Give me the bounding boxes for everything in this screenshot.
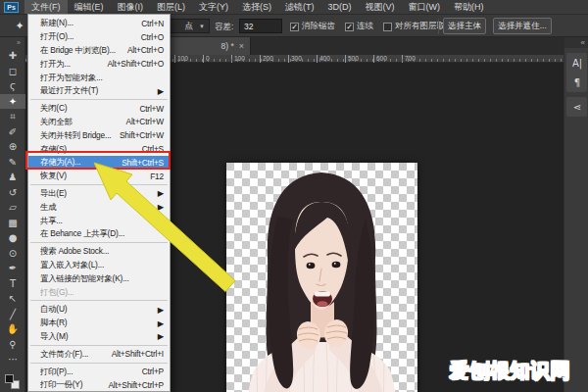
menu-item-shortcut: Alt+Shift+Ctrl+I <box>112 349 164 359</box>
menu-item-label: 打包(G)... <box>40 287 164 298</box>
file-menu-item-31[interactable]: 打印一份(Y)Alt+Shift+Ctrl+P <box>28 378 170 392</box>
menu-item-shortcut: Ctrl+P <box>142 367 164 376</box>
file-menu-item-2[interactable]: 在 Bridge 中浏览(B)...Alt+Ctrl+O <box>28 44 170 58</box>
file-menu-item-21[interactable]: 置入链接的智能对象(K)... <box>28 271 170 285</box>
marquee-tool[interactable]: ◻ <box>0 64 25 79</box>
checkbox-label: 消除锯齿 <box>302 21 335 32</box>
checkbox-box-icon[interactable] <box>383 23 392 31</box>
eraser-tool[interactable]: ▱ <box>0 200 25 216</box>
crop-tool[interactable]: ⌗ <box>0 109 25 124</box>
gradient-tool[interactable]: ▩ <box>0 216 25 231</box>
ruler-tick-200: 200 <box>260 55 273 63</box>
file-menu-item-22[interactable]: 打包(G)... <box>28 285 170 299</box>
annotation-red-box <box>25 151 171 170</box>
file-menu-item-0[interactable]: 新建(N)...Ctrl+N <box>28 17 170 30</box>
eraser-tool-icon: ▱ <box>9 202 17 213</box>
sample-size-value: 点 <box>185 21 194 32</box>
tool-bar: » ✚◻ϛ✦⌗✐⊕✎♟↺▱▩●⊙✒T↖╱✋⚲··· <box>0 37 25 392</box>
menubar-item-9[interactable]: 窗口(W) <box>402 0 448 14</box>
file-menu-item-24[interactable]: 自动(U)▶ <box>28 303 170 317</box>
file-menu-item-12[interactable]: 恢复(V)F12 <box>28 170 170 183</box>
menu-item-label: 在 Behance 上共享(D)... <box>40 228 164 239</box>
file-menu-item-26[interactable]: 导入(M)▶ <box>28 330 170 344</box>
menubar-item-10[interactable]: 帮助(H) <box>447 0 491 14</box>
toolbar-collapse-icon[interactable]: » <box>0 37 24 48</box>
file-menu-item-4[interactable]: 打开为智能对象... <box>28 71 170 84</box>
close-icon[interactable]: × <box>239 41 244 51</box>
select-and-mask-button[interactable]: 选择并遮住... <box>493 18 552 34</box>
checkbox-label: 连续 <box>357 21 373 32</box>
options-divider <box>438 19 439 34</box>
share-panel-icon[interactable]: ⋖ <box>566 97 588 117</box>
file-menu-item-30[interactable]: 打印(P)...Ctrl+P <box>28 365 170 378</box>
menu-item-shortcut: Ctrl+W <box>139 104 164 114</box>
healing-brush-tool[interactable]: ⊕ <box>0 139 25 155</box>
line-tool[interactable]: ╱ <box>0 307 25 322</box>
menu-item-shortcut: Shift+Ctrl+W <box>120 130 164 140</box>
document-tab[interactable]: 8) * × <box>165 37 251 55</box>
checkbox-0[interactable]: ✓消除锯齿 <box>290 21 335 32</box>
file-menu-item-16[interactable]: 共享... <box>28 214 170 227</box>
file-menu-item-25[interactable]: 脚本(R)▶ <box>28 317 170 330</box>
file-menu-item-8[interactable]: 关闭全部Alt+Ctrl+W <box>28 116 170 129</box>
photoshop-logo: Ps <box>4 2 19 13</box>
type-tool-icon: T <box>10 278 16 289</box>
paragraph-panel-icon[interactable]: ¶ <box>566 73 588 92</box>
move-tool-icon: ✚ <box>9 50 17 61</box>
file-menu-item-1[interactable]: 打开(O)...Ctrl+O <box>28 30 170 44</box>
character-panel-icon[interactable]: A| <box>566 53 588 73</box>
watermark-light-text: 知识网 <box>511 360 571 381</box>
eyedropper-tool[interactable]: ✐ <box>0 124 25 140</box>
file-menu-item-7[interactable]: 关闭(C)Ctrl+W <box>28 102 170 116</box>
select-subject-button[interactable]: 选择主体 <box>443 18 486 34</box>
checkbox-1[interactable]: ✓连续 <box>345 21 373 32</box>
checkbox-box-icon[interactable]: ✓ <box>345 23 354 31</box>
healing-brush-tool-icon: ⊕ <box>9 141 17 152</box>
file-menu-item-20[interactable]: 置入嵌入对象(L)... <box>28 259 170 272</box>
file-menu-item-5[interactable]: 最近打开文件(T)▶ <box>28 84 170 98</box>
clone-stamp-tool[interactable]: ♟ <box>0 170 25 185</box>
path-select-tool[interactable]: ↖ <box>0 291 25 307</box>
dock-collapse-icon[interactable]: « <box>564 37 588 48</box>
brush-tool[interactable]: ✎ <box>0 155 25 171</box>
lasso-tool[interactable]: ϛ <box>0 78 25 94</box>
menubar-item-5[interactable]: 选择(S) <box>235 0 278 14</box>
blur-tool[interactable]: ● <box>0 230 25 246</box>
foreground-color-swatch[interactable] <box>5 374 14 383</box>
color-swatches <box>0 372 25 390</box>
pen-tool[interactable]: ✒ <box>0 261 25 276</box>
checkbox-box-icon[interactable]: ✓ <box>290 23 299 31</box>
type-tool[interactable]: T <box>0 276 25 292</box>
eye-right <box>332 262 341 268</box>
tolerance-input[interactable] <box>239 19 282 33</box>
ruler-tick-400: 400 <box>317 55 330 63</box>
magic-wand-tool[interactable]: ✦ <box>0 94 25 110</box>
history-brush-tool[interactable]: ↺ <box>0 185 25 201</box>
document-canvas[interactable] <box>226 163 417 392</box>
menu-item-label: 共享... <box>40 216 164 226</box>
menubar-item-4[interactable]: 文字(Y) <box>192 0 235 14</box>
dodge-tool[interactable]: ⊙ <box>0 246 25 262</box>
menubar-item-2[interactable]: 图像(I) <box>111 0 151 14</box>
document-tab-title: 8) * <box>221 41 234 51</box>
file-menu-item-9[interactable]: 关闭并转到 Bridge...Shift+Ctrl+W <box>28 128 170 142</box>
more-tools[interactable]: ··· <box>0 352 25 368</box>
menubar-item-1[interactable]: 编辑(E) <box>68 0 111 14</box>
zoom-tool[interactable]: ⚲ <box>0 337 25 353</box>
file-menu-item-15[interactable]: 生成▶ <box>28 200 170 214</box>
hand-tool[interactable]: ✋ <box>0 321 25 337</box>
menubar-item-8[interactable]: 视图(V) <box>359 0 402 14</box>
menubar-item-7[interactable]: 3D(D) <box>321 0 359 14</box>
file-menu-item-28[interactable]: 文件简介(F)...Alt+Shift+Ctrl+I <box>28 347 170 361</box>
magic-wand-preset-icon[interactable]: ✦ <box>11 19 28 34</box>
file-menu-item-14[interactable]: 导出(E)▶ <box>28 187 170 201</box>
menu-item-label: 导入(M) <box>40 331 158 342</box>
menubar-item-6[interactable]: 滤镜(T) <box>278 0 321 14</box>
move-tool[interactable]: ✚ <box>0 48 25 64</box>
menu-item-shortcut: F12 <box>150 172 164 181</box>
file-menu-item-17[interactable]: 在 Behance 上共享(D)... <box>28 227 170 241</box>
menubar-item-0[interactable]: 文件(F) <box>24 0 68 14</box>
file-menu-item-3[interactable]: 打开为...Alt+Shift+Ctrl+O <box>28 57 170 71</box>
menubar-item-3[interactable]: 图层(L) <box>150 0 192 14</box>
file-menu-item-19[interactable]: 搜索 Adobe Stock... <box>28 245 170 259</box>
